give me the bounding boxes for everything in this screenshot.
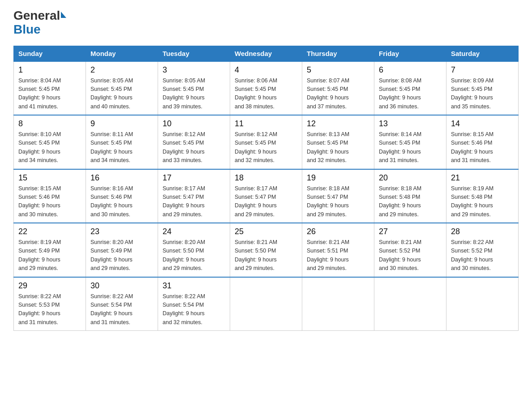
calendar-cell: 19Sunrise: 8:18 AMSunset: 5:47 PMDayligh… xyxy=(302,169,374,223)
day-info: Sunrise: 8:14 AMSunset: 5:45 PMDaylight:… xyxy=(379,130,442,165)
page-header: General Blue xyxy=(13,9,519,37)
day-info: Sunrise: 8:22 AMSunset: 5:53 PMDaylight:… xyxy=(18,292,81,327)
calendar-cell: 2Sunrise: 8:05 AMSunset: 5:45 PMDaylight… xyxy=(86,61,158,116)
logo-blue-text: Blue xyxy=(13,23,66,37)
calendar-week-2: 8Sunrise: 8:10 AMSunset: 5:45 PMDaylight… xyxy=(14,115,519,169)
calendar-cell: 26Sunrise: 8:21 AMSunset: 5:51 PMDayligh… xyxy=(302,223,374,277)
day-number: 5 xyxy=(307,65,369,75)
calendar-cell: 17Sunrise: 8:17 AMSunset: 5:47 PMDayligh… xyxy=(158,169,230,223)
day-info: Sunrise: 8:11 AMSunset: 5:45 PMDaylight:… xyxy=(90,130,153,165)
calendar-cell xyxy=(230,277,302,331)
calendar-cell: 16Sunrise: 8:16 AMSunset: 5:46 PMDayligh… xyxy=(86,169,158,223)
day-info: Sunrise: 8:05 AMSunset: 5:45 PMDaylight:… xyxy=(163,77,225,111)
day-info: Sunrise: 8:20 AMSunset: 5:50 PMDaylight:… xyxy=(163,238,225,273)
calendar-cell: 25Sunrise: 8:21 AMSunset: 5:50 PMDayligh… xyxy=(230,223,302,277)
day-number: 24 xyxy=(163,227,225,236)
calendar-cell: 30Sunrise: 8:22 AMSunset: 5:54 PMDayligh… xyxy=(86,277,158,331)
day-number: 27 xyxy=(379,227,442,236)
calendar-cell: 8Sunrise: 8:10 AMSunset: 5:45 PMDaylight… xyxy=(14,115,86,169)
calendar-week-3: 15Sunrise: 8:15 AMSunset: 5:46 PMDayligh… xyxy=(14,169,519,223)
calendar-cell: 21Sunrise: 8:19 AMSunset: 5:48 PMDayligh… xyxy=(446,169,519,223)
day-number: 11 xyxy=(235,119,297,128)
day-info: Sunrise: 8:15 AMSunset: 5:46 PMDaylight:… xyxy=(18,184,81,219)
calendar-cell: 31Sunrise: 8:22 AMSunset: 5:54 PMDayligh… xyxy=(158,277,230,331)
day-number: 16 xyxy=(90,173,153,183)
day-info: Sunrise: 8:13 AMSunset: 5:45 PMDaylight:… xyxy=(307,130,369,165)
calendar-cell: 11Sunrise: 8:12 AMSunset: 5:45 PMDayligh… xyxy=(230,115,302,169)
day-number: 19 xyxy=(307,173,369,183)
day-number: 2 xyxy=(90,65,153,75)
day-number: 3 xyxy=(163,65,225,75)
calendar-cell: 9Sunrise: 8:11 AMSunset: 5:45 PMDaylight… xyxy=(86,115,158,169)
calendar-cell: 14Sunrise: 8:15 AMSunset: 5:46 PMDayligh… xyxy=(446,115,519,169)
day-number: 7 xyxy=(451,65,514,75)
day-info: Sunrise: 8:05 AMSunset: 5:45 PMDaylight:… xyxy=(90,77,153,111)
day-info: Sunrise: 8:16 AMSunset: 5:46 PMDaylight:… xyxy=(90,184,153,219)
calendar-cell: 27Sunrise: 8:21 AMSunset: 5:52 PMDayligh… xyxy=(374,223,446,277)
day-number: 22 xyxy=(18,227,81,236)
day-info: Sunrise: 8:17 AMSunset: 5:47 PMDaylight:… xyxy=(163,184,225,219)
day-info: Sunrise: 8:21 AMSunset: 5:51 PMDaylight:… xyxy=(307,238,369,273)
day-info: Sunrise: 8:20 AMSunset: 5:49 PMDaylight:… xyxy=(90,238,153,273)
day-info: Sunrise: 8:19 AMSunset: 5:49 PMDaylight:… xyxy=(18,238,81,273)
day-info: Sunrise: 8:07 AMSunset: 5:45 PMDaylight:… xyxy=(307,77,369,111)
day-number: 6 xyxy=(379,65,442,75)
day-info: Sunrise: 8:22 AMSunset: 5:54 PMDaylight:… xyxy=(163,292,225,327)
day-number: 1 xyxy=(18,65,81,75)
day-info: Sunrise: 8:06 AMSunset: 5:45 PMDaylight:… xyxy=(235,77,297,111)
calendar-week-4: 22Sunrise: 8:19 AMSunset: 5:49 PMDayligh… xyxy=(14,223,519,277)
day-info: Sunrise: 8:17 AMSunset: 5:47 PMDaylight:… xyxy=(235,184,297,219)
day-info: Sunrise: 8:12 AMSunset: 5:45 PMDaylight:… xyxy=(235,130,297,165)
header-thursday: Thursday xyxy=(302,46,374,61)
calendar-cell: 5Sunrise: 8:07 AMSunset: 5:45 PMDaylight… xyxy=(302,61,374,116)
day-info: Sunrise: 8:18 AMSunset: 5:47 PMDaylight:… xyxy=(307,184,369,219)
day-number: 23 xyxy=(90,227,153,236)
calendar-cell xyxy=(302,277,374,331)
day-number: 20 xyxy=(379,173,442,183)
day-info: Sunrise: 8:21 AMSunset: 5:52 PMDaylight:… xyxy=(379,238,442,273)
calendar-week-1: 1Sunrise: 8:04 AMSunset: 5:45 PMDaylight… xyxy=(14,61,519,116)
header-tuesday: Tuesday xyxy=(158,46,230,61)
day-number: 10 xyxy=(163,119,225,128)
day-number: 12 xyxy=(307,119,369,128)
day-info: Sunrise: 8:10 AMSunset: 5:45 PMDaylight:… xyxy=(18,130,81,165)
day-number: 30 xyxy=(90,281,153,291)
day-info: Sunrise: 8:22 AMSunset: 5:52 PMDaylight:… xyxy=(451,238,514,273)
calendar-cell: 24Sunrise: 8:20 AMSunset: 5:50 PMDayligh… xyxy=(158,223,230,277)
calendar-cell: 4Sunrise: 8:06 AMSunset: 5:45 PMDaylight… xyxy=(230,61,302,116)
calendar-cell: 18Sunrise: 8:17 AMSunset: 5:47 PMDayligh… xyxy=(230,169,302,223)
calendar-cell: 15Sunrise: 8:15 AMSunset: 5:46 PMDayligh… xyxy=(14,169,86,223)
day-info: Sunrise: 8:08 AMSunset: 5:45 PMDaylight:… xyxy=(379,77,442,111)
logo: General Blue xyxy=(13,9,66,37)
day-number: 25 xyxy=(235,227,297,236)
calendar-cell: 20Sunrise: 8:18 AMSunset: 5:48 PMDayligh… xyxy=(374,169,446,223)
header-saturday: Saturday xyxy=(446,46,519,61)
calendar-table: SundayMondayTuesdayWednesdayThursdayFrid… xyxy=(13,46,519,331)
day-number: 8 xyxy=(18,119,81,128)
day-number: 9 xyxy=(90,119,153,128)
day-info: Sunrise: 8:12 AMSunset: 5:45 PMDaylight:… xyxy=(163,130,225,165)
day-number: 26 xyxy=(307,227,369,236)
calendar-cell: 1Sunrise: 8:04 AMSunset: 5:45 PMDaylight… xyxy=(14,61,86,116)
day-number: 13 xyxy=(379,119,442,128)
calendar-cell: 12Sunrise: 8:13 AMSunset: 5:45 PMDayligh… xyxy=(302,115,374,169)
calendar-header-row: SundayMondayTuesdayWednesdayThursdayFrid… xyxy=(14,46,519,61)
header-wednesday: Wednesday xyxy=(230,46,302,61)
day-info: Sunrise: 8:04 AMSunset: 5:45 PMDaylight:… xyxy=(18,77,81,111)
calendar-cell: 29Sunrise: 8:22 AMSunset: 5:53 PMDayligh… xyxy=(14,277,86,331)
day-info: Sunrise: 8:21 AMSunset: 5:50 PMDaylight:… xyxy=(235,238,297,273)
header-monday: Monday xyxy=(86,46,158,61)
day-number: 31 xyxy=(163,281,225,291)
calendar-cell: 7Sunrise: 8:09 AMSunset: 5:45 PMDaylight… xyxy=(446,61,519,116)
day-info: Sunrise: 8:09 AMSunset: 5:45 PMDaylight:… xyxy=(451,77,514,111)
calendar-cell: 6Sunrise: 8:08 AMSunset: 5:45 PMDaylight… xyxy=(374,61,446,116)
calendar-week-5: 29Sunrise: 8:22 AMSunset: 5:53 PMDayligh… xyxy=(14,277,519,331)
day-number: 17 xyxy=(163,173,225,183)
day-info: Sunrise: 8:15 AMSunset: 5:46 PMDaylight:… xyxy=(451,130,514,165)
logo-general-text: General xyxy=(13,9,60,23)
calendar-cell: 13Sunrise: 8:14 AMSunset: 5:45 PMDayligh… xyxy=(374,115,446,169)
logo-triangle-icon xyxy=(61,12,66,18)
calendar-cell xyxy=(374,277,446,331)
day-number: 15 xyxy=(18,173,81,183)
day-number: 18 xyxy=(235,173,297,183)
